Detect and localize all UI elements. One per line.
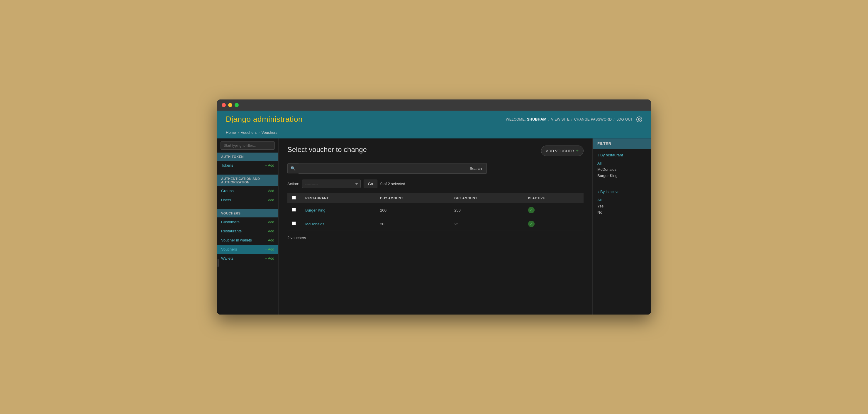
active-icon: ✓ [528, 207, 535, 213]
filter-panel: FILTER ↓ By restaurant All McDonalds Bur… [592, 139, 651, 315]
sidebar-add-voucher-in-wallets[interactable]: + Add [265, 238, 274, 242]
breadcrumb-sep1: › [238, 130, 239, 135]
filter-title-is-active: ↓ By is active [597, 189, 646, 194]
action-select[interactable]: ---------- [302, 180, 361, 188]
row-checkbox-1[interactable] [292, 221, 296, 225]
sidebar-label-vouchers-active: Vouchers [221, 247, 237, 252]
sidebar-item-groups[interactable]: Groups + Add [217, 186, 278, 196]
sidebar-add-wallets[interactable]: + Add [265, 257, 274, 261]
table-header-row: RESTAURANT BUY AMOUNT GET AMOUNT IS ACTI… [287, 193, 584, 203]
search-bar: 🔍 Search [287, 163, 487, 174]
view-site-link[interactable]: VIEW SITE [551, 117, 569, 121]
filter-section-restaurant: ↓ By restaurant All McDonalds Burger Kin… [593, 149, 651, 183]
breadcrumb-current: Vouchers [261, 130, 277, 135]
select-all-checkbox[interactable] [292, 196, 296, 200]
voucher-link-0[interactable]: Burger King [305, 208, 326, 212]
table-th-restaurant[interactable]: RESTAURANT [301, 193, 375, 203]
table-th-checkbox [287, 193, 301, 203]
voucher-link-1[interactable]: McDonalds [305, 222, 324, 226]
sidebar-item-tokens[interactable]: Tokens + Add [217, 161, 278, 170]
search-button[interactable]: Search [465, 163, 487, 174]
active-icon: ✓ [528, 220, 535, 227]
add-voucher-plus-icon: + [576, 148, 579, 153]
filter-yes[interactable]: Yes [597, 203, 646, 209]
traffic-light-red[interactable] [222, 103, 226, 107]
theme-toggle-icon[interactable]: ◐ [636, 117, 642, 122]
filter-arrow-restaurant: ↓ [597, 153, 599, 157]
sidebar-item-voucher-in-wallets[interactable]: Voucher in wallets + Add [217, 236, 278, 245]
filter-all-active[interactable]: All [597, 197, 646, 203]
row-checkbox-cell [287, 203, 301, 217]
content-area: Select voucher to change ADD VOUCHER + 🔍… [279, 139, 592, 315]
admin-header: Django administration WELCOME, SHUBHAM .… [217, 111, 651, 128]
filter-header: FILTER [593, 139, 651, 149]
sidebar-add-customers[interactable]: + Add [265, 220, 274, 224]
breadcrumb-bar: Home › Vouchers › Vouchers [217, 128, 651, 139]
traffic-light-yellow[interactable] [228, 103, 232, 107]
search-icon: 🔍 [287, 164, 299, 173]
content-header: Select voucher to change ADD VOUCHER + [287, 146, 584, 156]
sidebar-collapse-button[interactable]: « [217, 259, 219, 267]
filter-label-restaurant: By restaurant [600, 153, 623, 157]
sidebar-label-users: Users [221, 198, 231, 202]
page-title: Select voucher to change [287, 146, 367, 154]
search-input[interactable] [299, 163, 465, 174]
go-button[interactable]: Go [364, 180, 377, 188]
sidebar-add-vouchers[interactable]: + Add [265, 247, 274, 252]
filter-no[interactable]: No [597, 209, 646, 215]
breadcrumb-vouchers-section[interactable]: Vouchers [241, 130, 256, 135]
sidebar-item-vouchers-active[interactable]: Vouchers + Add [217, 245, 278, 254]
voucher-count: 2 vouchers [287, 236, 584, 240]
sidebar-item-wallets[interactable]: Wallets + Add [217, 254, 278, 263]
action-label: Action: [287, 182, 299, 186]
filter-section-is-active: ↓ By is active All Yes No [593, 185, 651, 219]
main-layout: AUTH TOKEN Tokens + Add AUTHENTICATION A… [217, 139, 651, 315]
traffic-light-green[interactable] [235, 103, 239, 107]
sidebar-section-auth-and-auth: AUTHENTICATION AND AUTHORIZATION [217, 175, 278, 186]
table-th-buy-amount[interactable]: BUY AMOUNT [375, 193, 450, 203]
sidebar-add-tokens[interactable]: + Add [265, 164, 274, 168]
sidebar-item-users[interactable]: Users + Add [217, 196, 278, 205]
sidebar-section-auth-token: AUTH TOKEN [217, 153, 278, 161]
sidebar-label-groups: Groups [221, 189, 234, 193]
table-row: Burger King 200 250 ✓ [287, 203, 584, 217]
sidebar-label-voucher-in-wallets: Voucher in wallets [221, 238, 252, 242]
table-th-is-active[interactable]: IS ACTIVE [523, 193, 584, 203]
table-th-get-amount[interactable]: GET AMOUNT [450, 193, 523, 203]
voucher-table: RESTAURANT BUY AMOUNT GET AMOUNT IS ACTI… [287, 193, 584, 231]
row-get-amount-0: 250 [450, 203, 523, 217]
filter-divider [593, 184, 651, 184]
filter-mcdonalds[interactable]: McDonalds [597, 166, 646, 173]
log-out-link[interactable]: LOG OUT [616, 117, 633, 121]
sidebar-section-vouchers: VOUCHERS [217, 209, 278, 217]
change-password-link[interactable]: CHANGE PASSWORD [574, 117, 612, 121]
sidebar: AUTH TOKEN Tokens + Add AUTHENTICATION A… [217, 139, 279, 315]
row-checkbox-0[interactable] [292, 208, 296, 211]
admin-user-nav: WELCOME, SHUBHAM . VIEW SITE / CHANGE PA… [506, 117, 642, 122]
row-buy-amount-1: 20 [375, 217, 450, 231]
action-bar: Action: ---------- Go 0 of 2 selected [287, 180, 584, 188]
sidebar-item-customers[interactable]: Customers + Add [217, 217, 278, 227]
sidebar-label-tokens: Tokens [221, 163, 233, 168]
browser-window: Django administration WELCOME, SHUBHAM .… [217, 99, 651, 315]
sidebar-add-users[interactable]: + Add [265, 198, 274, 202]
sidebar-add-restaurants[interactable]: + Add [265, 229, 274, 233]
table-row: McDonalds 20 25 ✓ [287, 217, 584, 231]
sidebar-label-wallets: Wallets [221, 256, 234, 261]
filter-title-restaurant: ↓ By restaurant [597, 153, 646, 157]
breadcrumb: Home › Vouchers › Vouchers [226, 130, 642, 135]
row-restaurant-1: McDonalds [301, 217, 375, 231]
sidebar-label-restaurants: Restaurants [221, 229, 242, 233]
filter-label-is-active: By is active [600, 189, 620, 194]
sidebar-filter-input[interactable] [220, 141, 275, 150]
row-is-active-0: ✓ [523, 203, 584, 217]
filter-all-restaurant[interactable]: All [597, 160, 646, 166]
sidebar-item-restaurants[interactable]: Restaurants + Add [217, 227, 278, 236]
sidebar-filter-wrap [217, 139, 278, 153]
sidebar-add-groups[interactable]: + Add [265, 189, 274, 193]
filter-burger-king[interactable]: Burger King [597, 173, 646, 179]
breadcrumb-home[interactable]: Home [226, 130, 236, 135]
row-is-active-1: ✓ [523, 217, 584, 231]
admin-title: Django administration [226, 115, 303, 124]
add-voucher-button[interactable]: ADD VOUCHER + [541, 146, 584, 156]
